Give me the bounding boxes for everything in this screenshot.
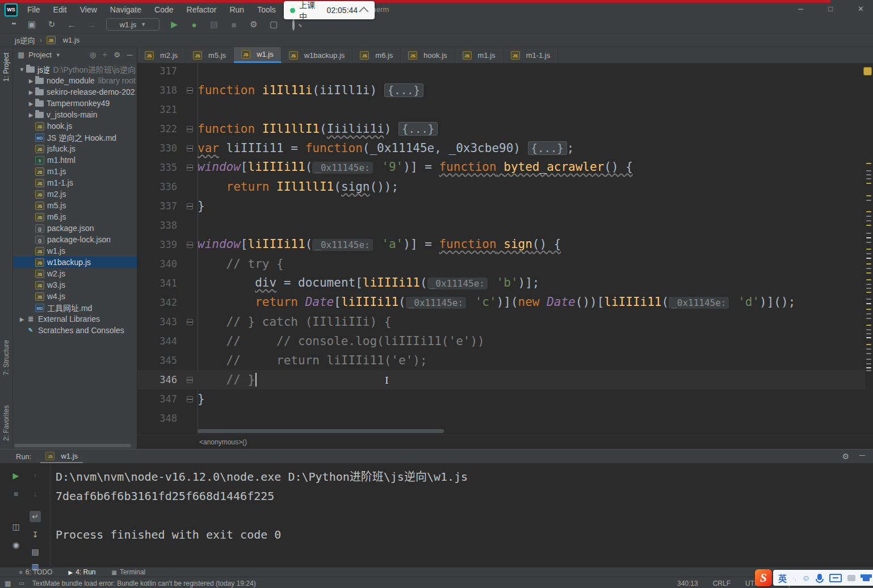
expand-arrow-icon[interactable]: ▶ [27,100,35,107]
tree-item[interactable]: JSm5.js [13,200,137,211]
fold-marker-icon[interactable] [183,145,196,152]
status-message[interactable]: TextMate bundle load error: Bundle kotli… [32,579,256,587]
ime-toolbox-icon[interactable] [847,575,855,581]
tree-item[interactable]: JSw2.js [13,268,137,279]
tree-item[interactable]: ▼js逆向D:\Python进阶班\js逆向 [13,64,137,75]
editor-breadcrumb[interactable]: <anonymous>() [137,435,873,449]
tree-item[interactable]: JSm6.js [13,211,137,222]
rerun-icon[interactable]: ▶ [10,470,22,481]
run-tab[interactable]: JS w1.js [40,450,83,463]
run-minimize-icon[interactable]: ─ [859,451,865,460]
sogou-logo[interactable]: S [755,569,772,586]
code-editor[interactable]: 317318function i1Il11i(iiIll1i) {...}321… [137,64,873,435]
tree-item[interactable]: {}package.json [13,222,137,234]
debug-icon[interactable]: ● [189,20,199,30]
layout-icon[interactable]: ▢ [268,19,279,30]
tree-item[interactable]: JSm1-1.js [13,177,137,188]
fold-marker-icon[interactable] [183,87,196,94]
tree-item[interactable]: JSm2.js [13,188,137,200]
editor-tab[interactable]: JSm6.js [352,47,401,63]
coverage-icon[interactable]: ▧ [209,19,219,30]
expand-arrow-icon[interactable]: ▼ [18,66,26,73]
close-button[interactable]: ✕ [858,5,864,13]
editor-tab[interactable]: JSm1.js [455,47,503,63]
ime-language-mode[interactable]: 英 [778,572,787,584]
tree-item[interactable]: JShook.js [13,120,137,132]
ime-punctuation-icon[interactable]: ·, [792,574,796,581]
fold-marker-icon[interactable] [183,396,196,402]
fold-marker-icon[interactable] [183,242,196,248]
down-stack-icon[interactable]: ↓ [30,488,41,499]
tree-item[interactable]: JSjsfuck.js [13,143,137,154]
caret-position-widget[interactable]: 340:13 [677,579,698,587]
wrench-icon[interactable]: ⚙ [249,19,259,30]
menu-code[interactable]: Code [154,5,174,14]
skin-icon[interactable] [863,574,870,581]
save-icon[interactable]: ▣ [27,19,37,30]
sidebar-item-structure[interactable]: 7: Structure [2,340,10,375]
tree-item[interactable]: MDJS 逆向之 Hook.md [13,132,137,143]
forward-icon[interactable]: → [86,20,96,30]
expand-arrow-icon[interactable]: ▶ [27,89,35,95]
run-settings-gear-icon[interactable]: ⚙ [842,452,849,461]
sidebar-item-favorites[interactable]: 2: Favorites [2,405,10,441]
menu-refactor[interactable]: Refactor [186,5,217,14]
hide-panel-icon[interactable]: ─ [127,51,132,59]
stop-icon[interactable]: ■ [229,20,239,30]
tree-item[interactable]: 5m1.html [13,154,137,166]
chevron-down-icon[interactable]: ▼ [56,52,61,58]
restore-layout-icon[interactable]: ◫ [10,521,22,532]
menu-view[interactable]: View [79,5,98,14]
fold-marker-icon[interactable] [183,203,196,209]
editor-tab[interactable]: JSm5.js [186,47,234,63]
fold-marker-icon[interactable] [183,165,196,171]
tool-window-switcher-icon[interactable]: ▦ [5,579,11,587]
microphone-icon[interactable] [817,574,822,580]
keyboard-icon[interactable] [829,574,842,582]
search-icon[interactable] [288,20,299,30]
expand-arrow-icon[interactable]: ▶ [18,316,26,322]
inspections-warning-badge[interactable] [863,67,872,75]
editor-tab[interactable]: JSm1-1.js [503,47,559,63]
sync-icon[interactable]: ↻ [47,19,57,30]
expand-arrow-icon[interactable]: ▶ [27,78,35,84]
editor-tab[interactable]: JSm2.js [137,47,186,63]
toolwindow-button-4-run[interactable]: ▶4: Run [68,568,95,576]
locate-file-icon[interactable]: ◎ [90,51,96,59]
menu-tools[interactable]: Tools [257,5,276,14]
sidebar-item-project[interactable]: 1: Project [2,53,10,82]
tree-item[interactable]: ▶v_jstools-main [13,109,137,120]
editor-tab[interactable]: JShook.js [401,47,455,63]
editor-horizontal-scrollbar[interactable] [198,429,444,433]
clear-all-icon[interactable]: ▥ [30,561,41,572]
tree-item[interactable]: ▶≣External Libraries [13,313,137,325]
fold-marker-icon[interactable] [183,126,196,132]
pin-icon[interactable]: ◉ [10,539,22,551]
stop-icon[interactable]: ■ [10,488,22,499]
print-icon[interactable]: ▤ [30,546,41,557]
tree-item[interactable]: JSw1backup.js [13,257,137,268]
breadcrumb-file[interactable]: w1.js [63,36,80,44]
menu-navigate[interactable]: Navigate [110,5,142,14]
run-config-combo[interactable]: w1.js ▼ [106,18,160,31]
expand-arrow-icon[interactable]: ▶ [27,112,35,118]
tree-item[interactable]: {}package-lock.json [13,234,137,245]
tree-item[interactable]: ▶node_moduleslibrary root [13,75,137,86]
tree-item[interactable]: ▶sekiro-release-demo-20210 [13,86,137,98]
fold-marker-icon[interactable] [183,377,196,383]
breadcrumb-root[interactable]: js逆向 [15,35,35,45]
back-icon[interactable]: ← [66,20,77,30]
tree-item[interactable]: JSw4.js [13,291,137,302]
tree-item[interactable]: ▶Tampermonkey49 [13,98,137,109]
scroll-to-end-icon[interactable]: ↧ [30,529,41,540]
up-stack-icon[interactable]: ↑ [30,470,41,481]
chevron-up-icon[interactable] [359,7,368,16]
run-icon[interactable]: ▶ [169,19,179,30]
menu-edit[interactable]: Edit [53,5,68,14]
project-panel-title[interactable]: Project [28,51,51,59]
emoji-icon[interactable]: ☺ [802,573,810,582]
editor-tab[interactable]: JSw1.js [234,47,282,63]
project-horizontal-scrollbar[interactable] [14,444,131,447]
tree-item[interactable]: JSw1.js [13,245,137,257]
tree-item[interactable]: JSm1.js [13,166,137,177]
